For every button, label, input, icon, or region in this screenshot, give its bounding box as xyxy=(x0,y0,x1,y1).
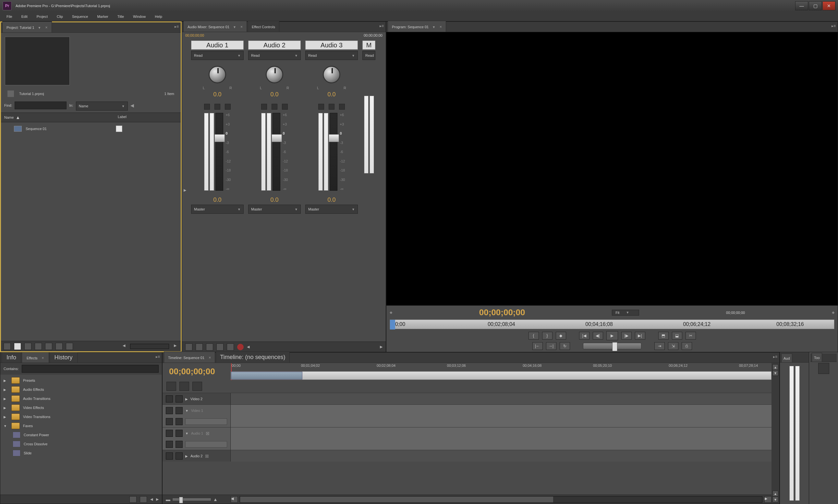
channel-db-value[interactable]: 0.0 xyxy=(270,197,278,203)
track-content[interactable] xyxy=(231,393,771,404)
program-viewport[interactable] xyxy=(387,32,838,306)
program-mark[interactable]: ◆ xyxy=(832,310,834,314)
pan-value[interactable]: 0.0 xyxy=(213,91,221,98)
scroll-down-button[interactable]: ▼ xyxy=(772,370,778,376)
disclosure-icon[interactable] xyxy=(185,454,188,458)
export-frame-button[interactable]: ⎙ xyxy=(682,342,692,350)
trim-button[interactable]: ✂ xyxy=(685,332,696,340)
lift-button[interactable]: ⬒ xyxy=(658,332,668,340)
set-in-button[interactable]: { xyxy=(529,332,539,340)
find-in-select[interactable]: Name ▼ xyxy=(76,102,128,111)
automation-mode-select[interactable]: Read xyxy=(362,51,375,60)
output-select[interactable]: Master▼ xyxy=(191,205,244,214)
effect-preset-cross-dissolve[interactable]: Cross Dissolve xyxy=(2,439,160,449)
track-mute-toggle[interactable] xyxy=(166,452,173,460)
timeline-ruler[interactable]: ;00;00 00;01;04;02 00;02;08;04 00;03;12;… xyxy=(231,363,771,371)
track-mute-toggle[interactable] xyxy=(166,430,173,437)
scroll-right-icon[interactable]: ▶ xyxy=(172,343,178,349)
timeline-tab-active[interactable]: Timeline: Sequence 01 × xyxy=(164,352,215,363)
close-icon[interactable]: × xyxy=(41,356,44,360)
volume-fader-handle[interactable] xyxy=(214,134,225,142)
audio-master-tab[interactable]: Aud xyxy=(781,354,792,362)
track-content[interactable] xyxy=(231,450,771,462)
effects-search-input[interactable] xyxy=(22,365,159,373)
go-to-in-button[interactable]: |◀ xyxy=(579,332,589,340)
label-swatch[interactable] xyxy=(116,126,122,132)
track-video1[interactable]: Video 1 xyxy=(163,404,771,427)
zoom-out-icon[interactable]: ▬ xyxy=(166,497,170,502)
track-content[interactable] xyxy=(231,428,771,439)
disclosure-icon[interactable] xyxy=(4,396,8,401)
track-lock-toggle[interactable] xyxy=(176,452,183,460)
scroll-left-icon[interactable]: ◀ xyxy=(121,343,127,349)
output-select[interactable]: Master▼ xyxy=(305,205,358,214)
channel-name[interactable]: Audio 2 xyxy=(248,40,301,50)
chevron-down-icon[interactable]: ▼ xyxy=(38,26,41,30)
menu-file[interactable]: File xyxy=(2,13,17,20)
panel-menu-icon[interactable]: ▸≡ xyxy=(832,24,836,28)
timeline-vscroll[interactable]: ▲ ▼ ▲ ▼ xyxy=(771,363,779,504)
effects-folder-audio-effects[interactable]: Audio Effects xyxy=(2,385,160,394)
insert-button[interactable]: ⇥ xyxy=(654,342,665,350)
disclosure-icon[interactable] xyxy=(4,387,8,392)
record-enable-button[interactable] xyxy=(225,104,231,110)
tools-tab[interactable]: Too xyxy=(812,353,822,362)
solo-button[interactable] xyxy=(271,104,278,110)
record-button[interactable] xyxy=(237,344,244,350)
menu-help[interactable]: Help xyxy=(150,13,167,20)
disclosure-icon[interactable] xyxy=(185,431,189,436)
column-name-header[interactable]: Name ▲ xyxy=(4,115,118,120)
loop-button[interactable] xyxy=(216,343,224,350)
find-button[interactable] xyxy=(35,343,42,350)
effects-folder-video-transitions[interactable]: Video Transitions xyxy=(2,412,160,421)
pan-knob[interactable] xyxy=(266,66,283,83)
snap-button[interactable] xyxy=(166,382,176,391)
channel-db-value[interactable]: 0.0 xyxy=(213,197,221,203)
scroll-left-button[interactable]: ◀ xyxy=(231,496,238,503)
volume-fader-track[interactable] xyxy=(272,113,280,191)
track-lock-toggle[interactable] xyxy=(176,430,183,437)
chevron-down-icon[interactable]: ▼ xyxy=(233,25,236,29)
effects-folder-video-effects[interactable]: Video Effects xyxy=(2,403,160,412)
play-in-out-button[interactable] xyxy=(206,343,213,350)
record-enable-button[interactable] xyxy=(339,104,345,110)
solo-button[interactable] xyxy=(329,104,335,110)
effect-controls-tab[interactable]: Effect Controls xyxy=(248,21,279,32)
set-out-button[interactable]: } xyxy=(542,332,553,340)
mixer-expand-icon[interactable]: ▶ xyxy=(182,39,188,342)
volume-fader-handle[interactable] xyxy=(271,134,282,142)
jog-shuttle[interactable] xyxy=(583,343,641,349)
column-label-header[interactable]: Label xyxy=(118,115,126,120)
effects-folder-audio-transitions[interactable]: Audio Transitions xyxy=(2,394,160,403)
scroll-down-button[interactable]: ▼ xyxy=(772,497,778,502)
close-button[interactable]: ✕ xyxy=(822,1,835,11)
program-time-ruler[interactable]: 0;00 00;02;08;04 00;04;16;08 00;06;24;12… xyxy=(390,320,834,329)
scroll-up-button[interactable]: ▲ xyxy=(772,491,778,497)
panel-menu-icon[interactable]: ▸≡ xyxy=(156,355,160,359)
channel-name[interactable]: Audio 3 xyxy=(305,40,358,50)
pan-knob[interactable] xyxy=(209,66,226,83)
track-content[interactable] xyxy=(231,405,771,416)
find-prev-icon[interactable]: ◀ xyxy=(130,103,134,108)
track-lock-button[interactable] xyxy=(192,382,202,391)
program-mark[interactable]: ◆ xyxy=(390,310,392,314)
channel-db-value[interactable]: 0.0 xyxy=(327,197,336,203)
menu-sequence[interactable]: Sequence xyxy=(68,13,93,20)
list-view-button[interactable] xyxy=(4,343,11,350)
panel-menu-icon[interactable]: ▸≡ xyxy=(379,24,384,28)
track-lock-toggle[interactable] xyxy=(176,395,183,402)
selection-tool[interactable] xyxy=(818,363,829,374)
volume-fader-handle[interactable] xyxy=(329,134,339,142)
playhead-icon[interactable] xyxy=(390,320,395,329)
audio-mixer-tab[interactable]: Audio Mixer: Sequence 01 ▼ × xyxy=(183,21,247,32)
mixer-timecode-left[interactable]: 00;00;00;00 xyxy=(185,33,204,37)
find-input[interactable] xyxy=(15,102,67,109)
maximize-button[interactable]: ▢ xyxy=(809,1,822,11)
volume-fader-track[interactable] xyxy=(215,113,223,191)
disclosure-icon[interactable] xyxy=(4,424,8,428)
track-audio2[interactable]: Audio 2 ⊠ xyxy=(163,450,771,462)
timeline-tab-empty[interactable]: Timeline: (no sequences) xyxy=(216,352,289,363)
icon-view-button[interactable] xyxy=(14,343,21,350)
menu-edit[interactable]: Edit xyxy=(17,13,32,20)
panel-menu-icon[interactable]: ▸≡ xyxy=(773,355,777,359)
